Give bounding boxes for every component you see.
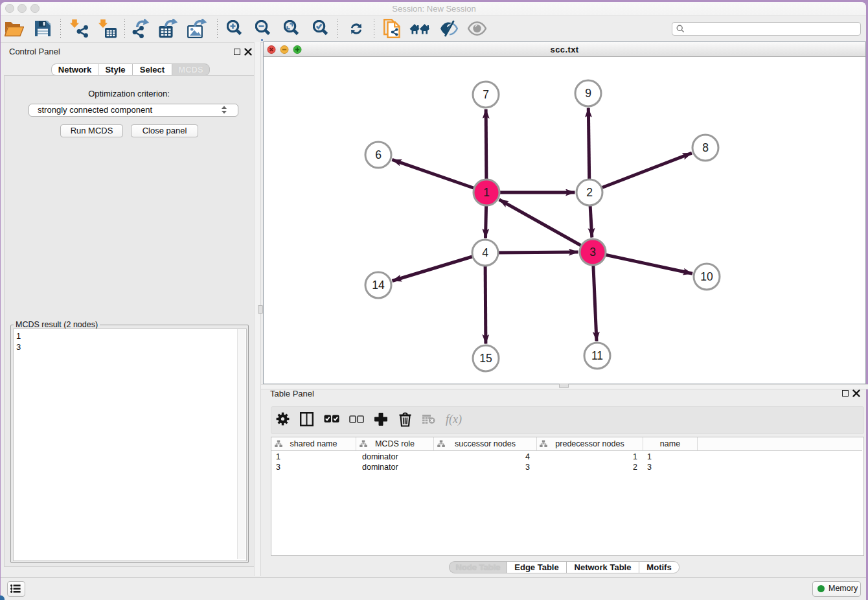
svg-text:2: 2 [586,186,593,199]
svg-text:8: 8 [702,141,709,154]
svg-text:10: 10 [700,270,713,283]
svg-text:4: 4 [482,246,488,259]
svg-text:9: 9 [585,87,591,100]
svg-text:3: 3 [589,246,596,259]
svg-text:11: 11 [591,349,603,362]
svg-text:6: 6 [375,148,382,161]
svg-text:14: 14 [372,279,385,292]
svg-text:7: 7 [483,88,489,101]
svg-text:15: 15 [479,352,492,365]
svg-text:1: 1 [483,186,490,199]
